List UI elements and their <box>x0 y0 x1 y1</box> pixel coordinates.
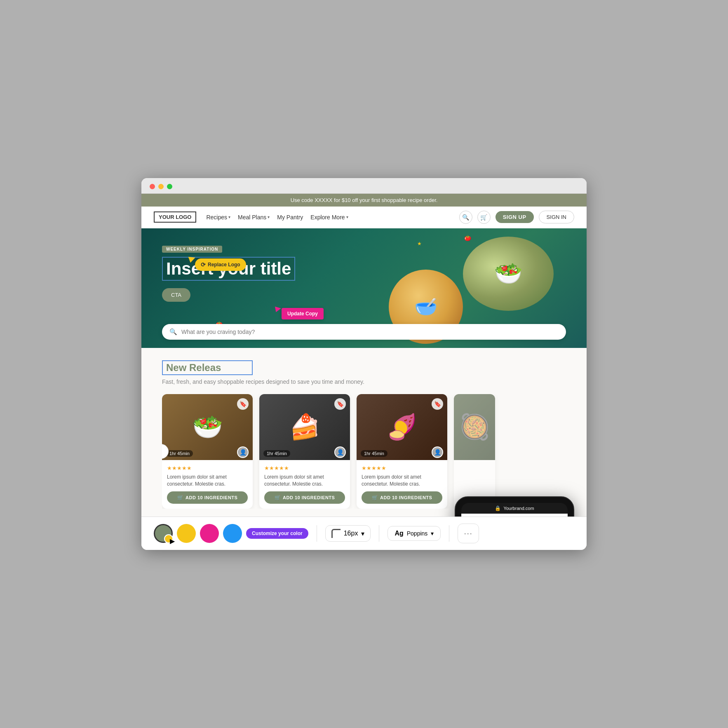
font-preview-label: Ag <box>395 530 403 537</box>
section-subtitle: Fast, fresh, and easy shoppable recipes … <box>162 378 566 385</box>
recipe-card-body: ★★★★★ Lorem ipsum dolor sit amet consect… <box>162 460 253 509</box>
chevron-down-icon: ▾ <box>431 530 434 537</box>
signup-button[interactable]: SIGN UP <box>496 211 534 223</box>
time-badge: 1hr 45min <box>263 450 290 457</box>
color-swatch-blue[interactable] <box>223 524 242 543</box>
cart-button[interactable]: 🛒 <box>477 211 491 224</box>
border-radius-picker[interactable]: 16px ▾ <box>325 525 371 542</box>
section-title-input[interactable] <box>166 362 249 373</box>
recipe-card-body: ★★★★★ Lorem ipsum dolor sit amet consect… <box>259 460 350 509</box>
border-radius-icon <box>331 529 341 538</box>
add-ingredients-button[interactable]: ADD 10 INGREDIENTS <box>264 491 345 504</box>
rating-stars: ★★★★★ <box>264 465 345 471</box>
search-input[interactable] <box>181 329 559 335</box>
tomato-decoration: 🍅 <box>464 235 471 241</box>
hero-content: WEEKLY INSPIRATION Insert your title CTA <box>162 245 295 302</box>
chevron-icon: ▾ <box>268 215 270 219</box>
cursor-icon: ▶ <box>170 537 175 545</box>
primary-color-swatch[interactable]: ▶ <box>154 524 173 543</box>
recipe-card: 🍰 🔖 1hr 45min 👤 ★★★★★ Lorem ipsum dolor … <box>259 394 350 509</box>
chevron-icon: ▾ <box>228 215 230 219</box>
mobile-status-bar: 🔒 Yourbrand.com <box>461 503 568 514</box>
bookmark-button[interactable]: 🔖 <box>334 398 346 410</box>
browser-chrome <box>141 178 587 194</box>
promo-banner: Use code XXXXX for $10 off your first sh… <box>141 194 587 207</box>
recipe-card: 🥗 🔖 1hr 45min 👤 ★★★★★ Lorem ipsum dolor … <box>162 394 253 509</box>
font-name: Poppins <box>407 530 428 537</box>
recipe-card-image: 🍠 🔖 1hr 45min 👤 <box>357 394 447 460</box>
nav-bar: YOUR LOGO Recipes ▾ Meal Plans ▾ My Pant… <box>141 207 587 228</box>
customize-color-label: Customize your color <box>246 528 308 539</box>
section-title-edit[interactable] <box>162 360 253 375</box>
search-button[interactable]: 🔍 <box>459 211 472 224</box>
nav-recipes[interactable]: Recipes ▾ <box>206 214 230 221</box>
bottom-toolbar: ▶ Customize your color 16px ▾ Ag Poppins… <box>141 517 587 550</box>
bookmark-button[interactable]: 🔖 <box>237 398 249 410</box>
toolbar-divider-3 <box>449 525 449 542</box>
toolbar-divider <box>317 525 317 542</box>
nav-icons: 🔍 🛒 SIGN UP SIGN IN <box>459 211 574 224</box>
rating-stars: ★★★★★ <box>362 465 442 471</box>
add-ingredients-button[interactable]: ADD 10 INGREDIENTS <box>362 491 442 504</box>
time-badge: 1hr 45min <box>166 450 193 457</box>
nav-explore-more[interactable]: Explore More ▾ <box>310 214 348 221</box>
browser-window: Use code XXXXX for $10 off your first sh… <box>141 178 587 550</box>
color-swatch-pink[interactable] <box>200 524 219 543</box>
nav-links: Recipes ▾ Meal Plans ▾ My Pantry Explore… <box>206 214 449 221</box>
more-options-button[interactable]: ··· <box>458 524 479 543</box>
recipe-description: Lorem ipsum dolor sit amet consectetur. … <box>362 474 442 488</box>
bookmark-button[interactable]: 🔖 <box>432 398 443 410</box>
hero-section: ⭐ ★ ✦ 🍅 🍅 🥗 🥣 WEEKLY INSPIRATION Insert … <box>141 228 587 348</box>
update-copy-button[interactable]: Update Copy <box>282 308 324 319</box>
star-decoration: ★ <box>417 241 422 247</box>
recipe-cards-row: ‹ 🥗 🔖 1hr 45min 👤 ★★★★★ Lorem ipsum dolo… <box>162 394 566 509</box>
recipe-description: Lorem ipsum dolor sit amet consectetur. … <box>167 474 248 488</box>
recipe-card-partial: 🥘 <box>454 394 495 509</box>
weekly-inspiration-badge: WEEKLY INSPIRATION <box>162 246 222 253</box>
search-icon: 🔍 <box>169 328 177 336</box>
rating-stars: ★★★★★ <box>167 465 248 471</box>
browser-dot-green[interactable] <box>167 184 172 189</box>
logo: YOUR LOGO <box>154 211 196 223</box>
recipe-card-image: 🥘 <box>454 394 495 460</box>
color-palette: ▶ Customize your color <box>154 524 308 543</box>
add-ingredients-button[interactable]: ADD 10 INGREDIENTS <box>167 491 248 504</box>
hero-cta-button[interactable]: CTA <box>162 288 190 302</box>
recipe-card-body: ★★★★★ Lorem ipsum dolor sit amet consect… <box>357 460 447 509</box>
mobile-url: Yourbrand.com <box>503 506 534 511</box>
recipe-card-image: 🥗 🔖 1hr 45min 👤 <box>162 394 253 460</box>
chevron-down-icon: ▾ <box>361 530 364 538</box>
search-bar-container: 🔍 <box>162 324 566 340</box>
avatar: 👤 <box>432 446 443 458</box>
browser-dot-yellow[interactable] <box>158 184 164 189</box>
toolbar-divider-2 <box>379 525 379 542</box>
border-radius-value: 16px <box>344 530 358 537</box>
hero-food-image-1: 🥗 <box>463 237 554 311</box>
color-swatch-yellow[interactable] <box>177 524 196 543</box>
nav-my-pantry[interactable]: My Pantry <box>277 214 303 221</box>
nav-meal-plans[interactable]: Meal Plans ▾ <box>238 214 270 221</box>
search-bar: 🔍 <box>162 324 566 340</box>
recipe-card: 🍠 🔖 1hr 45min 👤 ★★★★★ Lorem ipsum dolor … <box>357 394 447 509</box>
replace-logo-button[interactable]: Replace Logo <box>195 258 246 271</box>
font-picker[interactable]: Ag Poppins ▾ <box>387 526 441 541</box>
chevron-icon: ▾ <box>346 215 348 219</box>
browser-dot-red[interactable] <box>150 184 155 189</box>
avatar: 👤 <box>237 446 249 458</box>
recipe-description: Lorem ipsum dolor sit amet consectetur. … <box>264 474 345 488</box>
recipe-card-image: 🍰 🔖 1hr 45min 👤 <box>259 394 350 460</box>
avatar: 👤 <box>334 446 346 458</box>
time-badge: 1hr 45min <box>361 450 387 457</box>
promo-text: Use code XXXXX for $10 off your first sh… <box>291 197 438 203</box>
signin-button[interactable]: SIGN IN <box>539 211 574 223</box>
